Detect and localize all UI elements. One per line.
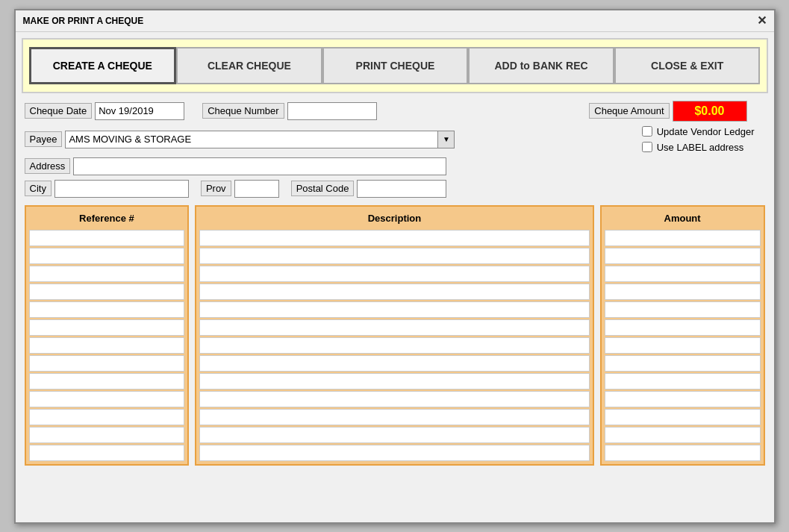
close-exit-button[interactable]: CLOSE & EXIT bbox=[614, 47, 761, 84]
payee-wrapper: ▼ bbox=[65, 131, 455, 148]
grid-section: Reference # Description bbox=[25, 205, 765, 466]
table-row[interactable] bbox=[29, 391, 185, 407]
table-row[interactable] bbox=[605, 248, 761, 264]
table-row[interactable] bbox=[199, 230, 589, 246]
table-row[interactable] bbox=[605, 301, 761, 318]
table-row[interactable] bbox=[605, 445, 761, 461]
form-section: Cheque Date Cheque Number Cheque Amount … bbox=[25, 101, 765, 198]
table-row[interactable] bbox=[29, 266, 185, 282]
payee-label: Payee bbox=[25, 131, 63, 147]
table-row[interactable] bbox=[29, 319, 185, 336]
description-column: Description bbox=[195, 205, 593, 466]
table-row[interactable] bbox=[605, 427, 761, 443]
cheque-date-input[interactable] bbox=[95, 102, 184, 120]
amount-column: Amount bbox=[600, 205, 765, 466]
description-rows bbox=[199, 230, 589, 461]
table-row[interactable] bbox=[29, 445, 185, 461]
table-row[interactable] bbox=[605, 373, 761, 389]
create-cheque-button[interactable]: CREATE A CHEQUE bbox=[29, 47, 177, 84]
toolbar: CREATE A CHEQUE CLEAR CHEQUE PRINT CHEQU… bbox=[22, 38, 768, 93]
cheque-amount-value: $0.00 bbox=[673, 101, 747, 122]
address-label: Address bbox=[25, 158, 71, 174]
table-row[interactable] bbox=[605, 337, 761, 354]
cheque-number-label: Cheque Number bbox=[202, 103, 284, 119]
table-row[interactable] bbox=[605, 230, 761, 246]
table-row[interactable] bbox=[29, 248, 185, 264]
table-row[interactable] bbox=[199, 319, 589, 336]
address-row: Address bbox=[25, 157, 765, 175]
vendor-ledger-checkbox[interactable] bbox=[642, 126, 652, 137]
table-row[interactable] bbox=[199, 248, 589, 264]
table-row[interactable] bbox=[605, 409, 761, 425]
postal-label: Postal Code bbox=[291, 181, 355, 196]
amount-rows bbox=[605, 230, 761, 461]
reference-header: Reference # bbox=[29, 210, 185, 227]
table-row[interactable] bbox=[605, 266, 761, 282]
vendor-ledger-label: Update Vendor Ledger bbox=[657, 126, 755, 137]
prov-input[interactable] bbox=[234, 180, 279, 198]
table-row[interactable] bbox=[199, 391, 589, 407]
window-close-button[interactable]: ✕ bbox=[757, 15, 767, 27]
description-header: Description bbox=[199, 210, 589, 227]
table-row[interactable] bbox=[29, 373, 185, 389]
table-row[interactable] bbox=[199, 266, 589, 282]
add-bank-rec-button[interactable]: ADD to BANK REC bbox=[468, 47, 614, 84]
cheque-row-1: Cheque Date Cheque Number Cheque Amount … bbox=[25, 101, 765, 122]
table-row[interactable] bbox=[199, 427, 589, 443]
city-label: City bbox=[25, 181, 52, 196]
city-row: City Prov Postal Code bbox=[25, 180, 765, 198]
table-row[interactable] bbox=[29, 337, 185, 354]
table-row[interactable] bbox=[29, 409, 185, 425]
table-row[interactable] bbox=[199, 301, 589, 318]
reference-column: Reference # bbox=[25, 205, 190, 466]
city-input[interactable] bbox=[54, 180, 189, 198]
amount-header: Amount bbox=[605, 210, 761, 227]
label-address-checkbox[interactable] bbox=[642, 142, 652, 152]
table-row[interactable] bbox=[199, 337, 589, 354]
table-row[interactable] bbox=[605, 391, 761, 407]
payee-dropdown-arrow[interactable]: ▼ bbox=[438, 131, 455, 148]
label-address-checkbox-row: Use LABEL address bbox=[642, 142, 755, 153]
table-row[interactable] bbox=[29, 301, 185, 318]
window-title: MAKE OR PRINT A CHEQUE bbox=[23, 16, 144, 26]
table-row[interactable] bbox=[29, 284, 185, 300]
cheque-amount-label: Cheque Amount bbox=[589, 103, 669, 119]
cheque-number-input[interactable] bbox=[287, 102, 377, 120]
table-row[interactable] bbox=[605, 284, 761, 300]
label-address-label: Use LABEL address bbox=[657, 142, 744, 153]
table-row[interactable] bbox=[29, 230, 185, 246]
table-row[interactable] bbox=[199, 445, 589, 461]
prov-label: Prov bbox=[201, 181, 231, 196]
table-row[interactable] bbox=[605, 319, 761, 336]
print-cheque-button[interactable]: PRINT CHEQUE bbox=[322, 47, 469, 84]
table-row[interactable] bbox=[199, 284, 589, 300]
table-row[interactable] bbox=[199, 409, 589, 425]
postal-input[interactable] bbox=[357, 180, 446, 198]
table-row[interactable] bbox=[199, 355, 589, 372]
vendor-ledger-checkbox-row: Update Vendor Ledger bbox=[642, 126, 755, 137]
payee-row: Payee ▼ Update Vendor Ledger Use LABEL a… bbox=[25, 126, 765, 153]
main-window: MAKE OR PRINT A CHEQUE ✕ CREATE A CHEQUE… bbox=[14, 9, 776, 524]
title-bar: MAKE OR PRINT A CHEQUE ✕ bbox=[16, 10, 774, 32]
payee-input[interactable] bbox=[65, 131, 438, 148]
address-input[interactable] bbox=[73, 157, 446, 175]
table-row[interactable] bbox=[605, 355, 761, 372]
table-row[interactable] bbox=[29, 355, 185, 372]
cheque-date-label: Cheque Date bbox=[25, 103, 93, 119]
reference-rows bbox=[29, 230, 185, 461]
table-row[interactable] bbox=[29, 427, 185, 443]
clear-cheque-button[interactable]: CLEAR CHEQUE bbox=[176, 47, 322, 84]
checkbox-section: Update Vendor Ledger Use LABEL address bbox=[642, 126, 755, 153]
table-row[interactable] bbox=[199, 373, 589, 389]
